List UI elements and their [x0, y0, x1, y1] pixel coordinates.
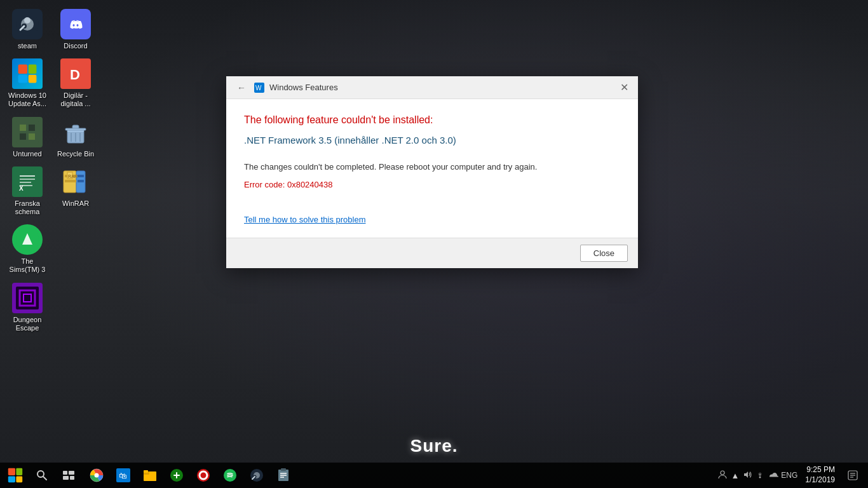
sims-label: The Sims(TM) 3: [6, 257, 49, 274]
dialog-body: The following feature couldn't be instal…: [226, 99, 638, 238]
digilar-icon: D: [60, 58, 91, 89]
svg-rect-43: [69, 471, 74, 475]
svg-rect-11: [20, 179, 35, 180]
franska-icon: X: [12, 166, 43, 197]
recycle-icon: [60, 117, 91, 147]
taskbar-game[interactable]: [164, 463, 189, 488]
recycle-label: Recycle Bin: [57, 150, 94, 158]
taskbar-apps: 🛍: [84, 463, 296, 488]
unturned-icon: [12, 117, 43, 147]
search-button[interactable]: [29, 463, 55, 488]
discord-icon: [60, 9, 91, 39]
svg-rect-35: [78, 180, 84, 182]
svg-rect-7: [20, 133, 26, 140]
network-icon[interactable]: [756, 470, 764, 481]
desktop-icon-recycle[interactable]: Recycle Bin: [51, 114, 100, 161]
svg-point-48: [95, 473, 99, 478]
dialog-footer: Close: [226, 238, 638, 268]
svg-rect-26: [65, 128, 86, 130]
accounts-icon[interactable]: [718, 470, 727, 481]
svg-rect-10: [20, 175, 35, 177]
svg-line-41: [43, 477, 46, 480]
clock-time: 9:25 PM: [805, 465, 835, 475]
volume-icon[interactable]: [743, 470, 752, 481]
desktop: Sure. steam: [0, 0, 868, 488]
taskbar-chrome[interactable]: [84, 463, 109, 488]
dialog-help-link[interactable]: Tell me how to solve this problem: [244, 215, 365, 224]
winrar-label: WinRAR: [62, 200, 89, 208]
desktop-icon-dungeon[interactable]: Dungeon Escape: [3, 280, 51, 335]
taskbar-steam[interactable]: [244, 463, 269, 488]
svg-rect-34: [78, 175, 84, 177]
sims-icon: [12, 224, 43, 255]
start-button[interactable]: [3, 463, 28, 488]
desktop-icon-windows-update[interactable]: Windows 10 Update As...: [3, 56, 51, 111]
digilar-label: Digilär - digitala ...: [54, 92, 97, 108]
dialog-error-code: Error code: 0x80240438: [244, 180, 620, 189]
taskbar-clock[interactable]: 9:25 PM 1/1/2019: [800, 465, 840, 485]
svg-point-67: [759, 476, 761, 478]
svg-rect-6: [29, 125, 35, 131]
svg-rect-42: [63, 471, 67, 475]
clock-date: 1/1/2019: [805, 475, 835, 485]
dialog-message: The changes couldn't be completed. Pleas…: [244, 161, 620, 173]
steam-label: steam: [18, 42, 37, 50]
franska-label: Franska schema: [6, 200, 49, 216]
svg-text:RAR: RAR: [68, 174, 78, 179]
desktop-icon-winrar[interactable]: RAR WinRAR: [51, 164, 100, 210]
svg-rect-8: [29, 133, 35, 140]
task-view-button[interactable]: [56, 463, 81, 488]
taskbar-store[interactable]: 🛍: [111, 463, 136, 488]
dungeon-label: Dungeon Escape: [6, 316, 49, 332]
dialog-titlebar: ← W Windows Features ✕: [226, 76, 638, 99]
taskbar-app8[interactable]: [271, 463, 296, 488]
desktop-icon-unturned[interactable]: Unturned: [3, 114, 51, 161]
svg-point-66: [721, 471, 724, 475]
onedrive-icon[interactable]: [768, 471, 778, 480]
sys-tray-icons: ▲: [718, 470, 778, 481]
error-code-value: 0x80240438: [287, 180, 333, 189]
windows-update-label: Windows 10 Update As...: [6, 92, 49, 108]
svg-text:W: W: [255, 85, 262, 92]
unturned-label: Unturned: [13, 150, 41, 158]
svg-rect-5: [20, 125, 26, 131]
svg-rect-53: [144, 470, 148, 473]
icon-column-2: Discord D Digilär - digitala ...: [51, 6, 100, 335]
taskbar-opera[interactable]: [191, 463, 216, 488]
background-text: Sure.: [410, 436, 458, 456]
dialog-close-button[interactable]: Close: [580, 245, 628, 262]
winrar-icon: RAR: [60, 166, 91, 197]
svg-point-3: [24, 17, 31, 24]
svg-text:🛍: 🛍: [119, 471, 127, 480]
taskbar-system-tray: ▲: [718, 463, 868, 488]
dialog-back-button[interactable]: ←: [234, 80, 249, 95]
desktop-icon-franska[interactable]: X Franska schema: [3, 164, 51, 219]
taskbar-explorer[interactable]: [137, 463, 163, 488]
desktop-icon-discord[interactable]: Discord: [51, 6, 100, 53]
icon-column-1: steam Windows 10 Update As...: [3, 6, 51, 335]
show-hidden-icons[interactable]: ▲: [731, 471, 739, 480]
dialog-error-title: The following feature couldn't be instal…: [244, 114, 620, 126]
desktop-icon-sims[interactable]: The Sims(TM) 3: [3, 222, 51, 276]
language-indicator[interactable]: ENG: [781, 471, 797, 480]
error-code-label: Error code:: [244, 180, 287, 189]
svg-text:X: X: [19, 185, 24, 192]
taskbar-left: [0, 463, 81, 488]
svg-rect-4: [16, 121, 39, 144]
dialog-x-button[interactable]: ✕: [615, 79, 633, 97]
dialog-title-icon: W: [253, 81, 266, 94]
svg-rect-33: [65, 180, 76, 182]
taskbar: 🛍: [0, 463, 868, 488]
svg-text:D: D: [70, 67, 80, 83]
taskbar-spotify[interactable]: [217, 463, 243, 488]
steam-icon: [12, 9, 43, 39]
desktop-icons: steam Windows 10 Update As...: [3, 6, 100, 335]
windows-features-dialog: ← W Windows Features ✕ The following fea…: [226, 76, 638, 268]
discord-label: Discord: [64, 42, 87, 50]
desktop-icon-digilar[interactable]: D Digilär - digitala ...: [51, 56, 100, 111]
svg-rect-62: [281, 468, 286, 471]
desktop-icon-steam[interactable]: steam: [3, 6, 51, 53]
svg-rect-45: [70, 476, 74, 480]
notification-center-button[interactable]: [843, 463, 863, 488]
svg-rect-44: [63, 476, 69, 480]
